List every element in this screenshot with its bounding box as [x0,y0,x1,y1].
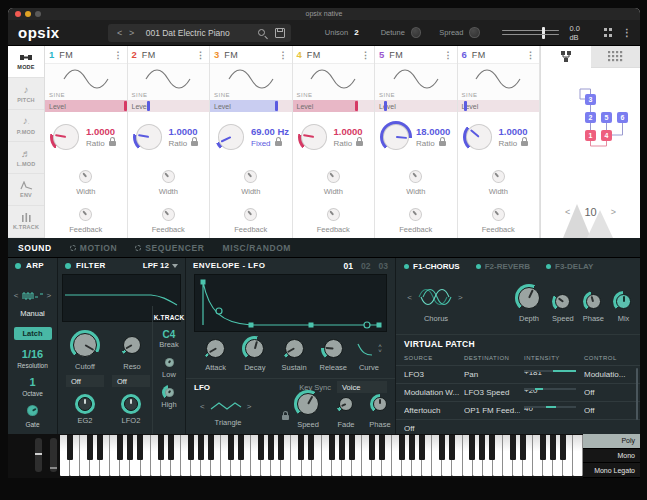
waveform-display[interactable]: SINE [458,64,540,100]
ratio-knob[interactable] [463,121,495,153]
curve-icon[interactable] [356,341,374,357]
lfo-speed-knob[interactable] [294,390,322,418]
freq-value[interactable]: 69.00 Hz [251,126,289,137]
voice-mode-mono[interactable]: Mono [583,449,640,464]
key-sync-select[interactable]: Voice [337,381,387,393]
ratio-knob[interactable] [50,121,82,153]
operator-menu-icon[interactable]: ⋮ [279,50,288,60]
sidebar-item-pitch[interactable]: ♪ PITCH [8,78,44,110]
waveform-display[interactable]: SINE [293,64,375,100]
ktrack-low-knob[interactable] [162,355,177,370]
tab-sound[interactable]: SOUND [18,243,52,253]
fixed-freq-knob[interactable] [215,121,247,153]
ratio-value[interactable]: 1.0000 [86,126,116,137]
ktrack-high-knob[interactable] [162,385,177,400]
fx-type-selector[interactable]: < > [404,286,466,308]
vpatch-row[interactable]: AftertouchOP1 FM Feed...40Off [396,401,640,419]
tab-grid-view[interactable] [591,46,641,68]
sidebar-item-mode[interactable]: MODE [8,46,44,78]
operator-menu-icon[interactable]: ⋮ [196,50,205,60]
curve-steppers[interactable]: ˄˅ [378,344,382,354]
width-knob[interactable] [159,167,178,186]
next-preset-button[interactable]: > [126,28,138,38]
level-slider[interactable]: Level [458,100,540,112]
sidebar-item-env[interactable]: ENV [8,174,44,206]
feedback-knob[interactable] [241,205,260,224]
ratio-knob[interactable] [133,121,165,153]
lfo-source-select[interactable]: Off [112,375,150,387]
lfo-phase-knob[interactable] [370,394,390,414]
fx-type-name[interactable]: Chorus [410,314,462,323]
unison-value[interactable]: 2 [354,28,358,37]
voice-mode-poly[interactable]: Poly [583,434,640,449]
level-slider[interactable]: Level [375,100,457,112]
sidebar-item-lmod[interactable]: ♬ L.MOD [8,142,44,174]
width-knob[interactable] [241,167,260,186]
waveform-display[interactable]: SINE [210,64,292,100]
algorithm-number[interactable]: 10 [584,206,596,218]
tab-algorithm-view[interactable] [541,46,591,68]
prev-fx-button[interactable]: < [407,293,412,302]
ratio-value[interactable]: 18.0000 [416,126,450,137]
width-knob[interactable] [489,167,508,186]
prev-preset-button[interactable]: < [114,28,126,38]
lock-icon[interactable] [275,141,282,146]
settings-grid-icon[interactable] [604,28,612,37]
operator-menu-icon[interactable]: ⋮ [361,50,370,60]
waveform-display[interactable]: SINE [128,64,210,100]
preset-name[interactable]: 001 Dat Electric Piano [138,28,258,38]
lock-icon[interactable] [109,141,116,146]
eg2-intensity-knob[interactable] [75,394,95,414]
operator-mode-label[interactable]: FM [472,50,526,60]
level-slider[interactable]: Level [45,100,127,112]
waveform-display[interactable]: SINE [375,64,457,100]
save-icon[interactable] [275,28,285,38]
gate-knob[interactable] [24,402,41,419]
intensity-slider[interactable] [524,406,576,408]
mod-wheel[interactable] [50,438,57,472]
fx-phase-knob[interactable] [583,291,604,312]
prev-algorithm-button[interactable]: < [565,207,570,217]
search-icon[interactable] [258,29,265,36]
tab-motion[interactable]: MOTION [70,243,118,253]
feedback-knob[interactable] [159,205,178,224]
prev-wave-button[interactable]: < [200,402,205,411]
vpatch-row[interactable]: Off [396,419,640,434]
level-slider[interactable]: Level [128,100,210,112]
sustain-knob[interactable] [282,336,307,361]
detune-knob[interactable] [411,27,421,38]
level-slider[interactable]: Level [210,100,292,112]
prev-pattern-button[interactable]: < [14,291,19,300]
operator-mode-label[interactable]: FM [59,50,113,60]
next-pattern-button[interactable]: > [47,291,52,300]
intensity-slider[interactable] [524,370,576,372]
operator-mode-label[interactable]: FM [142,50,196,60]
arp-enable-led[interactable] [15,263,21,269]
vpatch-row[interactable]: Modulation W...LFO3 Speed+20Off [396,383,640,401]
menu-kebab-icon[interactable]: ⋮ [622,28,632,38]
lock-icon[interactable] [439,141,446,146]
feedback-knob[interactable] [76,205,95,224]
feedback-knob[interactable] [489,205,508,224]
reso-knob[interactable] [120,333,144,357]
eg-source-select[interactable]: Off [66,375,104,387]
ratio-value[interactable]: 1.0000 [169,126,199,137]
tab-f3-delay[interactable]: F3-DELAY [546,262,593,271]
latch-button[interactable]: Latch [14,327,52,340]
lock-icon[interactable] [356,141,363,146]
ratio-value[interactable]: 1.0000 [334,126,364,137]
cutoff-knob[interactable] [70,330,100,360]
lfo-wave-name[interactable]: Triangle [202,418,254,427]
lfo2-intensity-knob[interactable] [121,394,141,414]
vpatch-row[interactable]: LFO3Pan+181Modulatio... [396,365,640,383]
volume-slider[interactable] [502,28,560,38]
lock-icon[interactable] [521,141,528,146]
release-knob[interactable] [321,336,346,361]
filter-enable-led[interactable] [65,263,71,269]
spread-knob[interactable] [469,27,479,38]
arp-pattern-selector[interactable]: < > [14,290,51,300]
ratio-value[interactable]: 1.0000 [499,126,529,137]
sidebar-item-pmod[interactable]: ♪. P.MOD [8,110,44,142]
waveform-display[interactable]: SINE [45,64,127,100]
pitch-bend-wheel[interactable] [35,438,42,472]
